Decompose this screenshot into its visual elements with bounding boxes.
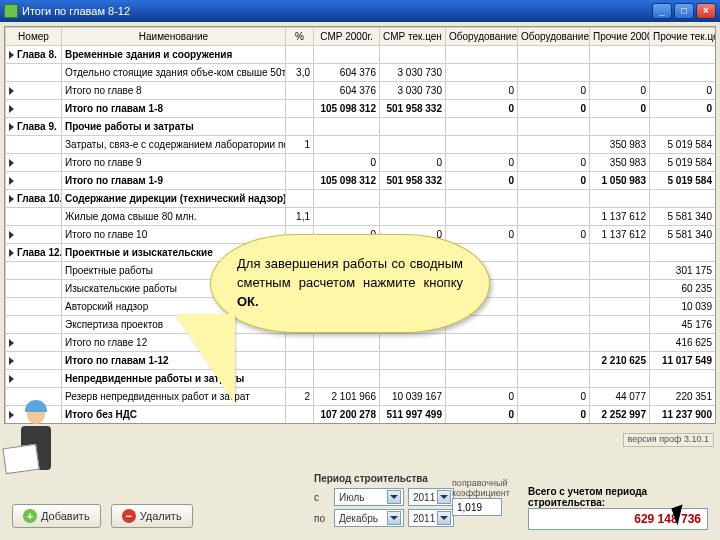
chevron-down-icon	[387, 511, 401, 525]
column-header[interactable]: Номер	[6, 28, 62, 46]
table-row[interactable]: НДС1819 712 38794 182 368	[6, 424, 716, 425]
delete-button[interactable]: Удалить	[111, 504, 193, 528]
close-button[interactable]: ×	[696, 3, 716, 19]
data-grid[interactable]: НомерНаименование%СМР 2000г.СМР тек.ценО…	[4, 26, 716, 424]
year-to-select[interactable]: 2011	[408, 509, 454, 527]
help-callout: Для завершения работы со сводным сметным…	[210, 234, 490, 333]
add-button[interactable]: Добавить	[12, 504, 101, 528]
table-row[interactable]: Итого по главам 1-8105 098 312501 958 33…	[6, 100, 716, 118]
table-row[interactable]: Итого по главе 8604 3763 030 7300000	[6, 82, 716, 100]
table-row[interactable]: Отдельно стоящие здания объе-ком свыше 5…	[6, 64, 716, 82]
header-row: НомерНаименование%СМР 2000г.СМР тек.ценО…	[6, 28, 716, 46]
assistant-avatar	[10, 406, 62, 486]
table-row[interactable]: Итого по главам 1-122 210 62511 017 549	[6, 352, 716, 370]
table-row[interactable]: Глава 10.Содержание дирекции (технически…	[6, 190, 716, 208]
column-header[interactable]: СМР тек.цен	[380, 28, 446, 46]
app-icon	[4, 4, 18, 18]
mouse-cursor	[674, 506, 694, 530]
chevron-down-icon	[387, 490, 401, 504]
coef-label: поправочный коэффициент	[452, 478, 522, 498]
status-version: версия проф 3.10.1	[623, 433, 714, 447]
table-row[interactable]: Резерв непредвиденных работ и затрат22 1…	[6, 388, 716, 406]
year-from-select[interactable]: 2011	[408, 488, 454, 506]
table-row[interactable]: Непредвиденные работы и затраты	[6, 370, 716, 388]
bottom-panel: Добавить Удалить Период строительства с …	[4, 448, 716, 536]
column-header[interactable]: Прочие 2000г.	[590, 28, 650, 46]
column-header[interactable]: Наименование	[62, 28, 286, 46]
chevron-down-icon	[437, 490, 451, 504]
column-header[interactable]: Прочие тек.цен	[650, 28, 716, 46]
minus-icon	[122, 509, 136, 523]
coef-input[interactable]: 1,019	[452, 498, 502, 516]
table-row[interactable]: Итого без НДС107 200 278511 997 499002 2…	[6, 406, 716, 424]
month-to-select[interactable]: Декабрь	[334, 509, 404, 527]
month-from-select[interactable]: Июль	[334, 488, 404, 506]
maximize-button[interactable]: □	[674, 3, 694, 19]
window-titlebar: Итоги по главам 8-12 _ □ ×	[0, 0, 720, 22]
table-row[interactable]: Глава 9.Прочие работы и затраты	[6, 118, 716, 136]
window-title: Итоги по главам 8-12	[22, 5, 130, 17]
chevron-down-icon	[437, 511, 451, 525]
plus-icon	[23, 509, 37, 523]
table-row[interactable]: Затраты, связ-е с содержанием лаборатори…	[6, 136, 716, 154]
column-header[interactable]: Оборудование 2000г.	[446, 28, 518, 46]
column-header[interactable]: Оборудование тек.цен	[518, 28, 590, 46]
table-row[interactable]: Глава 8.Временные здания и сооружения	[6, 46, 716, 64]
table-row[interactable]: Итого по главе 12416 625	[6, 334, 716, 352]
table-row[interactable]: Жилые дома свыше 80 млн.1,11 137 6125 58…	[6, 208, 716, 226]
status-bar: версия проф 3.10.1	[464, 432, 714, 448]
table-row[interactable]: Итого по главе 90000350 9835 019 584	[6, 154, 716, 172]
minimize-button[interactable]: _	[652, 3, 672, 19]
table-row[interactable]: Итого по главам 1-9105 098 312501 958 33…	[6, 172, 716, 190]
column-header[interactable]: СМР 2000г.	[314, 28, 380, 46]
column-header[interactable]: %	[286, 28, 314, 46]
